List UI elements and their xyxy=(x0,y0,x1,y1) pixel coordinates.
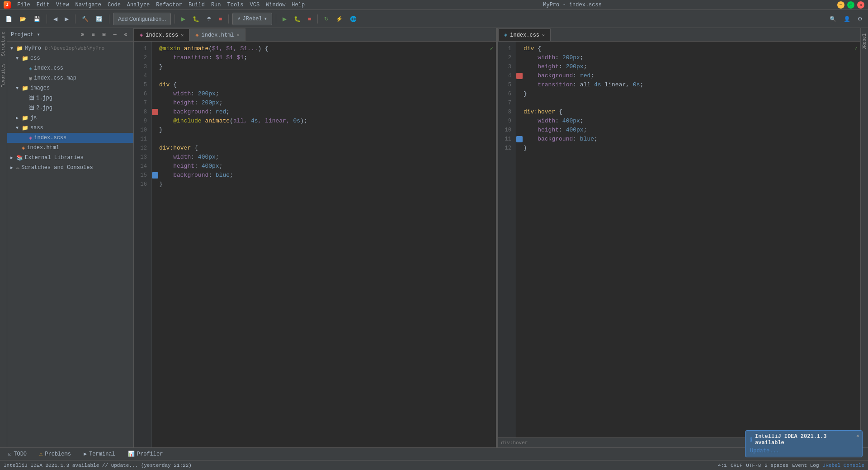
line-ending[interactable]: CRLF xyxy=(731,463,742,468)
tree-item-1jpg[interactable]: 🖼 1.jpg xyxy=(7,93,133,103)
run-configuration-selector[interactable]: ⚡ JRebel ▾ xyxy=(232,13,272,25)
left-code-content: 12345678910111213141516 ✓@mixin animate(… xyxy=(134,42,496,447)
minimize-button[interactable]: — xyxy=(837,1,844,9)
project-expand-button[interactable]: ⊞ xyxy=(100,31,108,39)
tree-item-css-folder[interactable]: ▼ 📁 css xyxy=(7,53,133,63)
tree-item-scratches[interactable]: ▶ ✏ Scratches and Consoles xyxy=(7,163,133,173)
tab-close-html[interactable]: ✕ xyxy=(237,33,240,38)
new-file-button[interactable]: 📄 xyxy=(3,13,15,25)
code-line-8: div:hover { xyxy=(524,108,860,117)
code-line-2: width: 200px; xyxy=(524,53,860,62)
left-code-lines[interactable]: ✓@mixin animate($1, $1, $1...) { transit… xyxy=(152,42,496,447)
jrebel-panel-tab[interactable]: JRebel xyxy=(861,30,868,53)
tab-terminal[interactable]: ▶ Terminal xyxy=(79,449,120,460)
tab-icon-html: ◈ xyxy=(195,32,198,38)
map-file-icon: ◉ xyxy=(29,75,32,82)
menu-analyze[interactable]: Analyze xyxy=(124,1,152,9)
project-sort-button[interactable]: ≡ xyxy=(89,31,97,39)
cursor-position[interactable]: 4:1 xyxy=(718,463,727,468)
project-settings-button[interactable]: ⚙ xyxy=(122,31,130,39)
todo-label: TODO xyxy=(14,451,27,457)
menu-view[interactable]: View xyxy=(53,1,72,9)
back-button[interactable]: ◀ xyxy=(51,13,60,25)
tree-arrow: ▼ xyxy=(9,46,14,51)
update-link[interactable]: Update... xyxy=(750,448,779,454)
tab-close-scss[interactable]: ✕ xyxy=(181,33,184,38)
jrebel-stop-button[interactable]: ■ xyxy=(305,13,314,25)
status-update-label: IntelliJ IDEA 2021.1.3 available // Upda… xyxy=(4,463,192,468)
line-mark-4 xyxy=(516,73,523,79)
tree-label-2jpg: 2.jpg xyxy=(36,105,52,111)
menu-code[interactable]: Code xyxy=(105,1,123,9)
tree-item-images-folder[interactable]: ▼ 📁 images xyxy=(7,83,133,93)
close-button[interactable]: ✕ xyxy=(857,1,864,9)
tree-label-index-css-map: index.css.map xyxy=(34,75,76,81)
tree-label-css: css xyxy=(30,55,40,61)
right-code-lines[interactable]: ✓div { width: 200px; height: 200px; back… xyxy=(516,42,860,437)
update-close-button[interactable]: ✕ xyxy=(856,432,859,439)
tree-label-1jpg: 1.jpg xyxy=(36,95,52,101)
menu-navigate[interactable]: Navigate xyxy=(72,1,104,9)
favorites-panel-tab[interactable]: Favorites xyxy=(0,60,7,91)
title-bar: I File Edit View Navigate Code Analyze R… xyxy=(0,0,868,10)
tree-item-mypro[interactable]: ▼ 📁 MyPro D:\Develop\Web\MyPro xyxy=(7,43,133,53)
project-scope-button[interactable]: ⚙ xyxy=(78,31,86,39)
forward-button[interactable]: ▶ xyxy=(62,13,71,25)
open-button[interactable]: 📂 xyxy=(17,13,29,25)
indent-setting[interactable]: 2 spaces xyxy=(764,463,788,468)
run-coverage-button[interactable]: ☂ xyxy=(204,13,214,25)
jrebel-run-button[interactable]: ▶ xyxy=(280,13,289,25)
menu-window[interactable]: Window xyxy=(263,1,288,9)
tab-index-html[interactable]: ◈ index.html ✕ xyxy=(189,28,245,41)
tab-index-css[interactable]: ◈ index.css ✕ xyxy=(498,28,551,41)
run-button[interactable]: ▶ xyxy=(179,13,188,25)
tree-item-index-css[interactable]: ◈ index.css xyxy=(7,63,133,73)
jrebel-status-button[interactable]: ⚡ xyxy=(333,13,345,25)
window-controls: — ❐ ✕ xyxy=(837,1,864,9)
sync-button[interactable]: 🔄 xyxy=(93,13,105,25)
jrebel-sync-button[interactable]: ↻ xyxy=(321,13,331,25)
settings-button[interactable]: ⚙ xyxy=(855,13,865,25)
menu-vcs[interactable]: VCS xyxy=(247,1,263,9)
tree-item-2jpg[interactable]: 🖼 2.jpg xyxy=(7,103,133,113)
menu-build[interactable]: Build xyxy=(186,1,208,9)
status-update-text[interactable]: IntelliJ IDEA 2021.1.3 available // Upda… xyxy=(4,463,192,468)
menu-edit[interactable]: Edit xyxy=(34,1,52,9)
search-everywhere-button[interactable]: 🔍 xyxy=(827,13,839,25)
tree-item-external-libs[interactable]: ▶ 📚 External Libraries xyxy=(7,153,133,163)
user-button[interactable]: 👤 xyxy=(841,13,853,25)
add-configuration-button[interactable]: Add Configuration... xyxy=(113,13,171,25)
localize-button[interactable]: 🌐 xyxy=(347,13,359,25)
left-editor: ◈ index.scss ✕ ◈ index.html ✕ 1234567891… xyxy=(134,28,496,447)
tree-item-js-folder[interactable]: ▶ 📁 js xyxy=(7,113,133,123)
build-button[interactable]: 🔨 xyxy=(79,13,91,25)
code-line-4 xyxy=(159,71,496,80)
stop-button[interactable]: ■ xyxy=(216,13,225,25)
code-line-16: } xyxy=(159,180,496,189)
menu-help[interactable]: Help xyxy=(289,1,307,9)
debug-button[interactable]: 🐛 xyxy=(190,13,202,25)
tree-item-sass-folder[interactable]: ▼ 📁 sass xyxy=(7,123,133,133)
tree-item-index-css-map[interactable]: ◉ index.css.map xyxy=(7,73,133,83)
tab-problems[interactable]: ⚠ Problems xyxy=(35,449,75,460)
tree-item-index-scss[interactable]: ◈ index.scss xyxy=(7,133,133,143)
menu-file[interactable]: File xyxy=(14,1,33,9)
encoding[interactable]: UTF-8 xyxy=(746,463,761,468)
tab-todo[interactable]: ☑ TODO xyxy=(4,449,31,460)
tab-profiler[interactable]: 📊 Profiler xyxy=(123,449,168,460)
menu-tools[interactable]: Tools xyxy=(225,1,246,9)
gutter-check-1: ✓ xyxy=(490,44,493,53)
tree-item-index-html[interactable]: ◈ index.html xyxy=(7,143,133,153)
maximize-button[interactable]: ❐ xyxy=(847,1,854,9)
project-collapse-button[interactable]: — xyxy=(111,31,119,39)
tree-label-mypro: MyPro xyxy=(25,45,41,52)
tab-index-scss[interactable]: ◈ index.scss ✕ xyxy=(134,28,189,41)
jrebel-console-button[interactable]: JRebel Console xyxy=(823,463,864,468)
tab-close-css[interactable]: ✕ xyxy=(542,33,545,38)
save-button[interactable]: 💾 xyxy=(31,13,43,25)
event-log-button[interactable]: Event Log xyxy=(792,463,819,468)
structure-panel-tab[interactable]: Structure xyxy=(0,28,7,60)
menu-refactor[interactable]: Refactor xyxy=(153,1,185,9)
menu-run[interactable]: Run xyxy=(208,1,224,9)
jrebel-debug-button[interactable]: 🐛 xyxy=(291,13,303,25)
